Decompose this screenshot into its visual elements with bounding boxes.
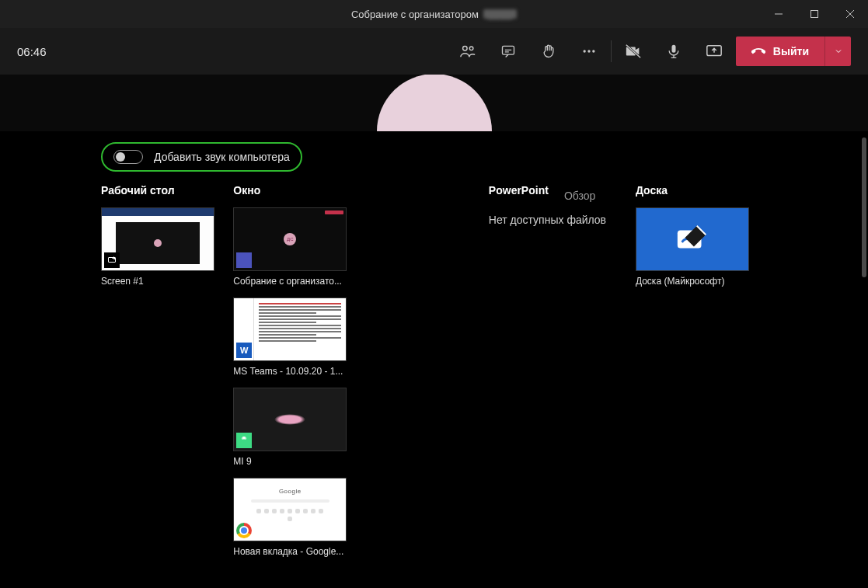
thumb-label: Доска (Майкрософт) [636,276,749,287]
window-title: Собрание с организатором ████ [351,9,517,20]
maximize-button[interactable] [797,0,832,28]
toggle-knob [116,152,125,162]
more-actions-icon[interactable] [580,42,598,61]
overview-link[interactable]: Обзор [564,190,595,202]
toolbar-divider [611,40,612,62]
thumb-label: Собрание с организато... [233,276,347,287]
chevron-down-icon [834,47,843,56]
share-window-chrome[interactable]: Google Новая вкладка - Google... [233,478,347,557]
thumb-label: MI 9 [233,456,347,467]
svg-point-2 [469,47,473,50]
share-window-word[interactable]: W MS Teams - 10.09.20 - 1... [233,297,347,377]
share-window-column: Окно ДС Собрание с организато... [233,184,467,557]
window-header: Окно [233,184,467,197]
chat-icon[interactable] [499,42,518,61]
share-board-column: Доска Доска (Майкрософт) [636,184,767,287]
svg-point-12 [242,438,243,439]
share-desktop-column: Рабочий стол Screen #1 [101,184,218,287]
share-panel: Добавить звук компьютера Рабочий стол Sc… [0,131,868,588]
share-out-icon [104,252,120,268]
whiteboard-icon [675,221,710,257]
svg-point-13 [245,438,246,439]
include-computer-audio-row[interactable]: Добавить звук компьютера [101,142,302,172]
titlebar: Собрание с организатором ████ [0,0,868,28]
share-screen1[interactable]: Screen #1 [101,207,214,287]
meeting-timer: 06:46 [17,45,47,58]
powerpoint-header: PowerPoint [489,184,549,197]
teams-app-icon [236,252,252,268]
share-window-android[interactable]: MI 9 [233,388,347,467]
board-header: Доска [636,184,767,197]
video-area [0,75,868,131]
organizer-name-blurred: ████ [483,9,517,19]
scrollbar[interactable] [860,131,866,588]
svg-point-4 [583,50,585,52]
desktop-header: Рабочий стол [101,184,218,197]
thumb-label: MS Teams - 10.09.20 - 1... [233,366,347,377]
svg-point-1 [462,47,467,51]
google-logo-text: Google [279,488,302,495]
avatar-sm: ДС [284,233,296,245]
share-powerpoint-column: PowerPoint Обзор Нет доступных файлов [489,184,620,226]
svg-rect-0 [811,11,818,18]
leave-label: Выйти [773,45,809,57]
android-app-icon [236,433,252,448]
meeting-toolbar: 06:46 [0,28,868,75]
close-button[interactable] [832,0,868,28]
no-files-message: Нет доступных файлов [489,214,620,226]
scrollbar-thumb[interactable] [862,137,866,277]
phone-hangup-icon [751,44,765,58]
title-prefix: Собрание с организатором [351,9,479,20]
minimize-button[interactable] [761,0,797,28]
word-app-icon: W [236,343,252,358]
leave-dropdown-button[interactable] [824,37,851,66]
svg-rect-9 [671,45,675,53]
chrome-app-icon [236,523,252,538]
audio-toggle[interactable] [113,150,143,164]
svg-point-6 [592,50,594,52]
thumb-label: Новая вкладка - Google... [233,546,347,557]
leave-button[interactable]: Выйти [736,37,824,66]
microphone-icon[interactable] [664,42,683,61]
svg-point-5 [587,50,590,52]
camera-off-icon[interactable] [624,42,643,61]
audio-toggle-label: Добавить звук компьютера [154,151,290,163]
raise-hand-icon[interactable] [539,42,558,61]
share-whiteboard[interactable]: Доска (Майкрософт) [636,207,749,287]
participant-avatar [377,75,492,131]
share-window-teams[interactable]: ДС Собрание с организато... [233,207,347,287]
thumb-label: Screen #1 [101,276,214,287]
share-screen-icon[interactable] [705,42,723,61]
participants-icon[interactable] [458,42,477,61]
